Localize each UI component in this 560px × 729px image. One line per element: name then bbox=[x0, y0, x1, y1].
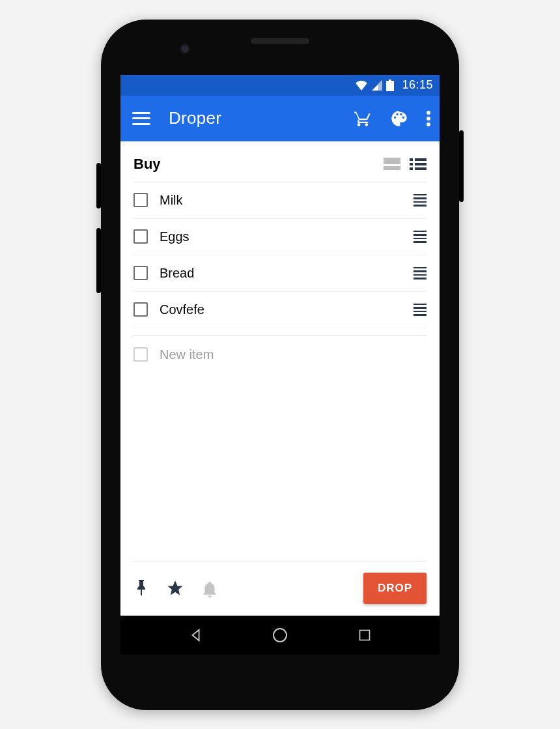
app-bar: Droper bbox=[120, 96, 440, 141]
list-item-label: Bread bbox=[160, 266, 413, 281]
volume-up-button bbox=[96, 163, 101, 208]
home-button[interactable] bbox=[271, 626, 289, 644]
drag-handle-icon[interactable] bbox=[413, 267, 427, 279]
volume-down-button bbox=[96, 228, 101, 293]
svg-rect-1 bbox=[389, 79, 391, 81]
list-item-label: Milk bbox=[160, 193, 413, 208]
bottom-toolbar: DROP bbox=[133, 562, 427, 616]
drop-button[interactable]: DROP bbox=[363, 573, 427, 604]
checkbox[interactable] bbox=[133, 266, 148, 280]
list-item: Bread bbox=[133, 255, 427, 292]
svg-rect-0 bbox=[386, 81, 394, 91]
list-item: Eggs bbox=[133, 219, 427, 255]
phone-frame: 16:15 Droper Buy bbox=[101, 20, 459, 710]
drag-handle-icon[interactable] bbox=[413, 231, 427, 243]
list-view-toggle[interactable] bbox=[410, 158, 427, 170]
drag-handle-icon[interactable] bbox=[413, 304, 427, 316]
checkbox[interactable] bbox=[133, 302, 148, 317]
checkbox[interactable] bbox=[133, 193, 148, 207]
star-icon[interactable] bbox=[166, 579, 184, 597]
main-content: Buy Milk bbox=[120, 141, 440, 616]
list-header: Buy bbox=[133, 141, 427, 182]
power-button bbox=[459, 130, 464, 202]
list-item: Milk bbox=[133, 182, 427, 219]
wifi-icon bbox=[355, 80, 368, 91]
overflow-menu-icon[interactable] bbox=[427, 111, 430, 126]
bell-icon[interactable] bbox=[201, 579, 218, 597]
new-item-row[interactable]: New item bbox=[133, 336, 427, 374]
pin-icon[interactable] bbox=[133, 579, 149, 597]
status-time: 16:15 bbox=[402, 78, 433, 92]
checkbox-disabled bbox=[133, 347, 148, 362]
recent-apps-button[interactable] bbox=[356, 626, 374, 644]
svg-point-2 bbox=[273, 629, 287, 642]
new-item-placeholder: New item bbox=[160, 347, 427, 362]
svg-rect-3 bbox=[359, 630, 369, 640]
view-toggle bbox=[384, 158, 427, 170]
list-item-label: Covfefe bbox=[160, 302, 413, 317]
drag-handle-icon[interactable] bbox=[413, 194, 427, 207]
list-title: Buy bbox=[133, 156, 161, 173]
hamburger-menu-icon[interactable] bbox=[132, 112, 150, 125]
battery-icon bbox=[386, 79, 394, 91]
cart-icon[interactable] bbox=[354, 109, 372, 128]
card-view-toggle[interactable] bbox=[384, 158, 400, 170]
status-bar: 16:15 bbox=[120, 75, 440, 96]
checkbox[interactable] bbox=[133, 229, 148, 244]
app-title: Droper bbox=[169, 108, 354, 128]
list-item: Covfefe bbox=[133, 292, 427, 328]
android-nav-bar bbox=[120, 616, 440, 655]
list-item-label: Eggs bbox=[160, 229, 413, 244]
screen: 16:15 Droper Buy bbox=[120, 75, 440, 655]
back-button[interactable] bbox=[187, 626, 205, 644]
signal-icon bbox=[372, 80, 382, 91]
palette-icon[interactable] bbox=[390, 109, 408, 128]
